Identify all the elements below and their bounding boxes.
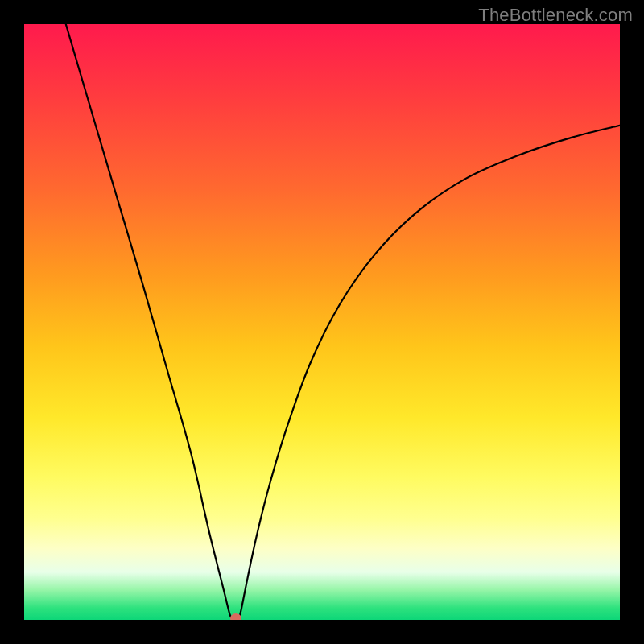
watermark-text: TheBottleneck.com [478,5,633,26]
bottleneck-curve [24,24,620,620]
chart-frame: TheBottleneck.com [0,0,644,644]
minimum-marker [230,613,242,620]
plot-area [24,24,620,620]
